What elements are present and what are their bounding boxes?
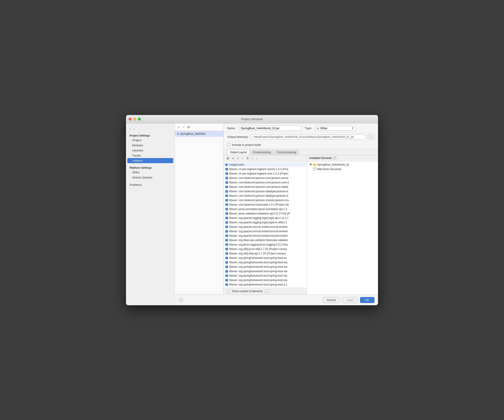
- tab-output-layout[interactable]: Output Layout: [227, 149, 250, 155]
- platform-settings-header: Platform Settings: [126, 165, 174, 170]
- available-help-icon[interactable]: ?: [333, 157, 336, 160]
- apply-button[interactable]: Apply: [342, 297, 358, 303]
- tab-post-processing[interactable]: Post-processing: [274, 149, 299, 155]
- elements-area: ⊞ ≡ + − ⇅ ↑ ↓ <outpu: [224, 155, 378, 295]
- tree-item: Maven: com.fasterxml.classmate:1.4.0 (Pr…: [224, 202, 307, 207]
- maven-icon: [225, 261, 228, 264]
- maven-icon: [225, 239, 228, 242]
- tab-pre-processing[interactable]: Pre-processing: [250, 149, 274, 155]
- output-layout-remove-btn[interactable]: −: [240, 156, 244, 160]
- avail-item-web-facet[interactable]: Web facet resources: [309, 167, 376, 171]
- sidebar-nav: ‹ ›: [126, 126, 174, 133]
- output-dir-label: Output directory:: [227, 135, 248, 139]
- maven-icon: [225, 177, 228, 179]
- tree-item: Maven: javax.validation:validation-api:2…: [224, 211, 307, 216]
- name-type-row: Name: Type: ◆ Other ▼: [224, 123, 378, 133]
- tree-item: Maven: org.apache.logging.log4j:log4j-to…: [224, 220, 307, 225]
- cancel-button[interactable]: Cancel: [323, 297, 340, 303]
- sidebar-item-libraries[interactable]: Libraries: [126, 148, 174, 153]
- tree-item: Maven: javax.annotation:javax.annotation…: [224, 207, 307, 211]
- available-header: Available Elements ?: [307, 155, 378, 161]
- page-icon: [313, 168, 316, 170]
- remove-artifact-button[interactable]: −: [181, 125, 186, 129]
- avail-group-springboot: SpringBoot_HelloWorld_01 Web facet resou…: [307, 161, 378, 172]
- tree-item: Maven: org.apache.tomcat.embed:tomcat-em…: [224, 229, 307, 233]
- tree-root-item[interactable]: <output root>: [224, 163, 307, 167]
- tree-root-label: <output root>: [229, 163, 245, 166]
- output-layout-btn-2[interactable]: ≡: [231, 156, 235, 160]
- artifact-list-panel: + − ⧉ ◆ SpringBoot_HelloWor: [175, 123, 224, 295]
- avail-group-header[interactable]: SpringBoot_HelloWorld_01: [309, 162, 376, 167]
- available-elements-panel: Available Elements ? SpringBoot_HelloWor…: [307, 155, 378, 295]
- forward-button[interactable]: ›: [133, 127, 136, 131]
- tree-item: Maven: org.springframework.boot:spring-b…: [224, 278, 307, 282]
- maven-icon: [225, 270, 228, 273]
- window-title: Project Structure: [241, 117, 263, 121]
- avail-group-label: SpringBoot_HelloWorld_01: [317, 163, 349, 166]
- footer-left: ?: [178, 298, 183, 302]
- sidebar-item-global-libraries[interactable]: Global Libraries: [126, 175, 174, 180]
- sidebar-divider: [126, 163, 174, 165]
- maven-icon: [225, 186, 228, 188]
- center-panel: Name: Type: ◆ Other ▼ Output directory:: [224, 123, 378, 295]
- add-artifact-button[interactable]: +: [177, 125, 180, 129]
- maven-icon: [225, 199, 228, 201]
- output-toolbar: ⊞ ≡ + − ⇅ ↑ ↓: [224, 155, 307, 162]
- show-content-checkbox[interactable]: [227, 290, 230, 293]
- sidebar-item-project[interactable]: Project: [126, 138, 174, 143]
- artifact-diamond-icon: ◆: [177, 132, 179, 135]
- sidebar-item-sdks[interactable]: SDKs: [126, 170, 174, 175]
- tree-item: Maven: org.jboss.logging:jboss-logging:3…: [224, 242, 307, 247]
- tree-item: Maven: org.apache.tomcat.embed:tomcat-em…: [224, 225, 307, 229]
- maven-icon: [225, 217, 228, 219]
- minimize-button[interactable]: [133, 118, 136, 121]
- close-button[interactable]: [129, 118, 132, 121]
- type-select[interactable]: ◆ Other ▼: [315, 126, 355, 131]
- footer-help-icon[interactable]: ?: [178, 298, 183, 302]
- type-diamond-icon: ◆: [317, 127, 319, 130]
- sidebar-item-artifacts[interactable]: Artifacts: [127, 158, 173, 163]
- ok-button[interactable]: OK: [360, 297, 374, 303]
- copy-artifact-button[interactable]: ⧉: [186, 125, 191, 129]
- tree-item: Maven: com.fasterxml.jackson.core:jackso…: [224, 185, 307, 189]
- sidebar-item-modules[interactable]: Modules: [126, 143, 174, 148]
- sidebar-item-problems[interactable]: Problems: [126, 182, 174, 187]
- show-content-label: Show content of elements: [232, 290, 263, 293]
- artifact-toolbar: + − ⧉: [175, 123, 223, 131]
- browse-button[interactable]: ⋯: [368, 134, 374, 139]
- maven-icon: [225, 221, 228, 224]
- tree-item: Maven: org.springframework.boot:spring-b…: [224, 265, 307, 269]
- maven-icon: [225, 243, 228, 246]
- available-tree: SpringBoot_HelloWorld_01 Web facet resou…: [307, 161, 378, 295]
- traffic-lights: [129, 118, 141, 121]
- dialog-footer: ? Cancel Apply OK: [175, 295, 378, 305]
- tree-item: Maven: org.slf4j:jul-to-slf4j:1.7.25 (Pr…: [224, 247, 307, 251]
- output-layout-btn-1[interactable]: ⊞: [225, 156, 230, 160]
- include-row: Include in project build: [224, 141, 378, 148]
- type-label: Type:: [305, 127, 312, 130]
- artifact-list-item[interactable]: ◆ SpringBoot_HelloWor: [175, 131, 223, 137]
- output-layout-sort-btn[interactable]: ⇅: [245, 156, 250, 160]
- maven-icon: [225, 181, 228, 184]
- output-dir-input[interactable]: [251, 134, 365, 140]
- tree-item: Maven: com.fasterxml.jackson.module:jack…: [224, 198, 307, 202]
- bottom-bar: Show content of elements ...: [224, 288, 307, 295]
- maven-icon: [225, 266, 228, 268]
- main-window: Project Structure ‹ › Project Settings P…: [126, 115, 378, 305]
- maven-icon: [225, 252, 228, 255]
- name-input[interactable]: [239, 126, 301, 131]
- output-layout-down-btn[interactable]: ↓: [255, 156, 259, 160]
- tree-item: Maven: com.fasterxml.jackson.datatype:ja…: [224, 189, 307, 194]
- maven-icon: [225, 208, 228, 210]
- output-layout-add-btn[interactable]: +: [236, 156, 240, 160]
- include-checkbox[interactable]: [227, 143, 230, 146]
- collapse-icon: [310, 164, 312, 166]
- back-button[interactable]: ‹: [129, 127, 132, 131]
- sidebar-item-facets[interactable]: Facets: [126, 153, 174, 158]
- maven-icon: [225, 168, 228, 170]
- output-layout-up-btn[interactable]: ↑: [251, 156, 254, 160]
- maven-icon: [225, 257, 228, 259]
- ellipsis-button[interactable]: ...: [264, 289, 270, 293]
- maven-icon: [225, 212, 228, 215]
- maximize-button[interactable]: [138, 118, 141, 121]
